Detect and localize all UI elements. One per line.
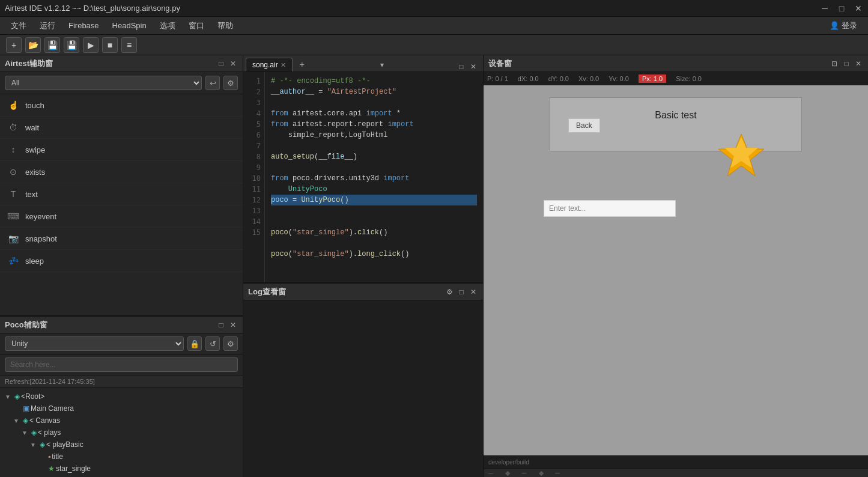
airtest-item-snapshot[interactable]: 📷 snapshot [0,228,243,250]
device-back-button[interactable]: Back [568,118,600,133]
tab-dropdown-button[interactable]: ▾ [377,58,387,71]
menu-firebase[interactable]: Firebase [62,19,105,32]
airtest-expand-button[interactable]: □ [216,59,226,68]
menu-help[interactable]: 帮助 [211,18,239,34]
device-icon-button[interactable]: ⊡ [830,59,839,68]
poco-settings-button[interactable]: ⚙ [223,336,238,351]
plays-icon: ◈ [31,428,37,437]
tree-toggle-plays[interactable]: ▼ [22,430,30,436]
camera-label: Main Camera [31,404,74,413]
maximize-button[interactable]: □ [837,4,846,13]
tree-toggle-playbasic[interactable]: ▼ [30,442,38,448]
poco-panel-controls: □ ✕ [216,320,238,330]
tree-item-main-camera[interactable]: ▣ Main Camera [0,403,243,415]
wait-label: wait [25,123,39,132]
device-content: Basic test Back [550,97,802,151]
line-numbers: 12345 678910 1112131415 [243,72,265,282]
poco-type-select[interactable]: Unity [5,336,184,351]
save-button[interactable]: 💾 [44,37,60,53]
poco-expand-button[interactable]: □ [216,320,226,330]
poco-lock-button[interactable]: 🔒 [187,336,202,351]
log-expand-button[interactable]: □ [457,287,466,297]
editor-close-button[interactable]: ✕ [469,62,478,71]
menu-window[interactable]: 窗口 [183,18,210,34]
exists-label: exists [25,168,45,177]
title-label: title [52,452,63,461]
title-bar: Airtest IDE v1.2.12 ~~ D:\test_plu\song.… [0,0,868,17]
scroll-marker-3: ─ [522,470,527,477]
menu-button[interactable]: ≡ [121,37,137,53]
metric-size-label: Size: 0.0 [676,75,702,82]
person-icon: 👤 [830,21,839,30]
airtest-filter-icon1[interactable]: ↩ [205,76,220,90]
tree-item-title[interactable]: ▪ title [0,451,243,463]
minimize-button[interactable]: ─ [820,4,830,13]
new-button[interactable]: + [6,37,22,53]
editor-expand-button[interactable]: □ [457,62,466,71]
center-panel: song.air ✕ + ▾ □ ✕ 12345 678910 11121314… [243,55,484,477]
open-button[interactable]: 📂 [25,37,41,53]
airtest-filter-select[interactable]: All [5,76,202,90]
menu-run[interactable]: 运行 [34,18,61,34]
star-graphic [717,131,765,179]
log-panel-controls: ⚙ □ ✕ [445,287,478,297]
airtest-filter-icon2[interactable]: ⚙ [223,76,238,90]
login-button[interactable]: 👤 登录 [824,19,863,33]
tab-song-label: song.air [252,61,278,69]
poco-panel: Poco辅助窗 □ ✕ Unity 🔒 ↺ ⚙ Refresh:[2021-11… [0,317,243,477]
airtest-item-swipe[interactable]: ↕ swipe [0,139,243,161]
editor-tabs: song.air ✕ + ▾ □ ✕ [243,55,483,72]
close-button[interactable]: ✕ [854,4,863,13]
airtest-item-sleep[interactable]: 💤 sleep [0,250,243,272]
root-label: <Root> [21,392,44,401]
device-close-button[interactable]: ✕ [854,59,863,68]
tree-item-plays[interactable]: ▼ ◈ < plays [0,427,243,439]
device-text-input[interactable] [544,200,676,217]
tree-item-root[interactable]: ▼ ◈ <Root> [0,390,243,403]
log-window: Log查看窗 ⚙ □ ✕ [243,284,483,477]
tree-item-canvas[interactable]: ▼ ◈ < Canvas [0,415,243,427]
device-bottom-bar: developer/build [484,455,868,469]
keyevent-icon: ⌨ [7,210,19,222]
poco-panel-title: Poco辅助窗 [5,320,47,330]
airtest-close-button[interactable]: ✕ [228,59,238,68]
poco-refresh-button[interactable]: ↺ [205,336,220,351]
airtest-items-list: ☝ touch ⏱ wait ↕ swipe ⊙ exists T text [0,94,243,315]
metric-dx-label: dX: 0.0 [518,75,539,82]
menu-options[interactable]: 选项 [154,18,181,34]
log-filter-button[interactable]: ⚙ [445,287,454,297]
metric-dy: dY: 0.0 [548,75,569,82]
airtest-item-exists[interactable]: ⊙ exists [0,161,243,183]
airtest-item-text[interactable]: T text [0,183,243,205]
device-scroll-bar[interactable]: ─ ◆ ─ ◆ ─ [484,469,868,477]
editor-tab-song[interactable]: song.air ✕ [246,58,293,71]
airtest-item-keyevent[interactable]: ⌨ keyevent [0,205,243,228]
tab-add-button[interactable]: + [296,57,308,71]
airtest-item-touch[interactable]: ☝ touch [0,94,243,117]
save-as-button[interactable]: 💾 [64,37,79,53]
touch-icon: ☝ [7,99,19,111]
snapshot-icon: 📷 [7,232,19,245]
airtest-item-wait[interactable]: ⏱ wait [0,117,243,139]
scroll-marker-4: ◆ [539,469,544,477]
poco-search-input[interactable] [5,357,238,372]
device-metrics-bar: P: 0 / 1 dX: 0.0 dY: 0.0 Xv: 0.0 Yv: 0.0… [484,72,868,85]
log-close-button[interactable]: ✕ [469,287,478,297]
menu-file[interactable]: 文件 [5,18,32,34]
metric-yv-label: Yv: 0.0 [609,75,629,82]
tree-item-playbasic[interactable]: ▼ ◈ < playBasic [0,439,243,451]
run-button[interactable]: ▶ [83,37,99,53]
code-content[interactable]: # -*- encoding=utf8 -*- __author__ = "Ai… [265,72,483,282]
tree-toggle-canvas[interactable]: ▼ [13,418,22,424]
menu-headspin[interactable]: HeadSpin [106,19,153,32]
airtest-panel-title: Airtest辅助窗 [5,58,53,69]
tab-song-close[interactable]: ✕ [281,61,286,69]
poco-close-button[interactable]: ✕ [228,320,238,330]
tree-toggle-root[interactable]: ▼ [5,393,13,400]
editor-controls: □ ✕ [457,62,481,71]
device-expand-button[interactable]: □ [842,59,851,68]
tree-item-star-single[interactable]: ★ star_single [0,463,243,475]
touch-label: touch [25,101,44,110]
stop-button[interactable]: ■ [102,37,118,53]
script-editor: song.air ✕ + ▾ □ ✕ 12345 678910 11121314… [243,55,483,284]
